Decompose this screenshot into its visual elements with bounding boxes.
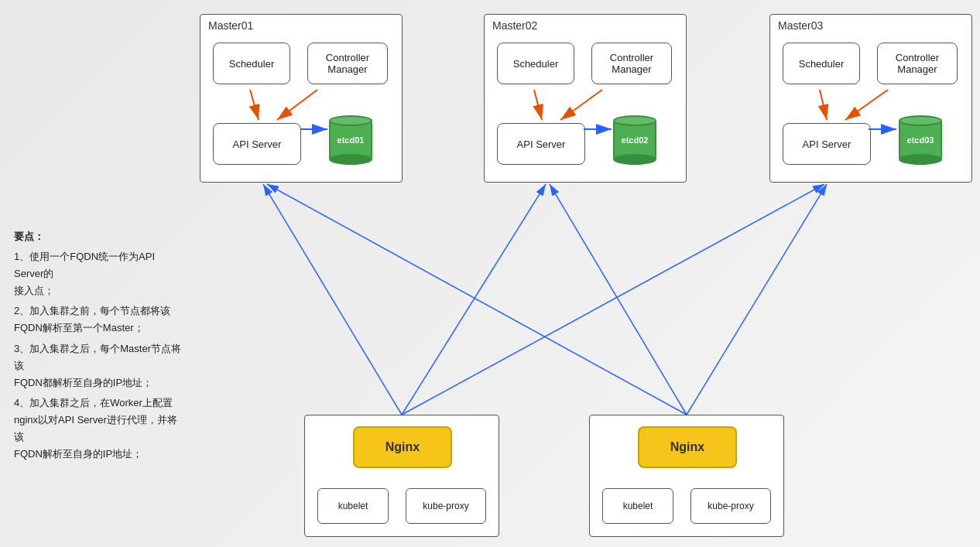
notes-item2: 2、加入集群之前，每个节点都将该 FQDN解析至第一个Master； (14, 303, 184, 337)
worker01-kubelet: kubelet (317, 488, 389, 524)
master01-controller: Controller Manager (307, 43, 388, 84)
w01-to-m02-apiserver (402, 184, 546, 415)
master01-box: Master01 Scheduler Controller Manager AP… (200, 14, 403, 183)
worker01-nginx: Nginx (353, 426, 452, 468)
master02-etcd: etcd02 (610, 115, 660, 165)
w02-to-m01-apiserver (267, 184, 687, 415)
notes-title: 要点： (14, 228, 184, 245)
master03-controller: Controller Manager (877, 43, 958, 84)
etcd01-top (329, 115, 372, 126)
master03-scheduler: Scheduler (783, 43, 860, 84)
master01-label: Master01 (208, 19, 253, 32)
notes-item4: 4、加入集群之后，在Worker上配置 nginx以对API Server进行代… (14, 395, 184, 463)
notes-section: 要点： 1、使用一个FQDN统一作为API Server的 接入点； 2、加入集… (14, 228, 184, 463)
w01-to-m01-apiserver (263, 184, 402, 415)
master03-label: Master03 (778, 19, 823, 32)
master02-label: Master02 (492, 19, 537, 32)
w01-to-m03-apiserver (402, 184, 824, 415)
etcd03-top (899, 115, 942, 126)
master03-box: Master03 Scheduler Controller Manager AP… (769, 14, 972, 183)
master01-scheduler: Scheduler (213, 43, 290, 84)
master02-controller: Controller Manager (591, 43, 672, 84)
etcd02-top (613, 115, 656, 126)
master01-apiserver: API Server (213, 123, 301, 165)
master03-apiserver: API Server (783, 123, 871, 165)
etcd02-bottom (613, 154, 656, 165)
worker02-nginx: Nginx (638, 426, 737, 468)
w02-to-m02-apiserver (550, 184, 687, 415)
notes-item3: 3、加入集群之后，每个Master节点将该 FQDN都解析至自身的IP地址； (14, 340, 184, 391)
master03-etcd: etcd03 (896, 115, 945, 165)
master01-etcd: etcd01 (326, 115, 375, 165)
master02-apiserver: API Server (497, 123, 585, 165)
worker01-kubeproxy: kube-proxy (406, 488, 486, 524)
etcd01-bottom (329, 154, 372, 165)
worker02-kubelet: kubelet (602, 488, 673, 524)
diagram-container: Master01 Scheduler Controller Manager AP… (0, 0, 980, 547)
w02-to-m03-apiserver (687, 184, 827, 415)
master02-box: Master02 Scheduler Controller Manager AP… (484, 14, 687, 183)
worker02-kubeproxy: kube-proxy (690, 488, 771, 524)
worker02-box: Nginx kubelet kube-proxy (589, 415, 784, 537)
notes-item1: 1、使用一个FQDN统一作为API Server的 接入点； (14, 248, 184, 299)
etcd03-bottom (899, 154, 942, 165)
master02-scheduler: Scheduler (497, 43, 574, 84)
worker01-box: Nginx kubelet kube-proxy (304, 415, 499, 537)
